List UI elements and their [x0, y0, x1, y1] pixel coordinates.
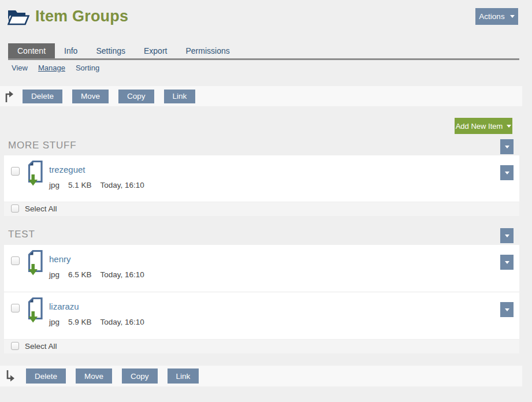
- tab-content[interactable]: Content: [8, 43, 55, 58]
- tab-permissions[interactable]: Permissions: [176, 43, 239, 58]
- file-ext: jpg: [49, 318, 59, 326]
- subnav-view[interactable]: View: [12, 64, 28, 72]
- file-meta: jpg5.9 KBToday, 16:10: [49, 318, 153, 326]
- file-meta: jpg5.1 KBToday, 16:10: [49, 181, 153, 189]
- file-ext: jpg: [49, 181, 59, 189]
- folder-open-icon: [8, 9, 29, 28]
- chevron-down-icon: [505, 146, 509, 148]
- row-checkbox[interactable]: [11, 304, 20, 312]
- bulk-toolbar-top: Delete Move Copy Link: [0, 86, 522, 106]
- file-row-trezeguet: trezeguet jpg5.1 KBToday, 16:10: [4, 155, 519, 202]
- move-button[interactable]: Move: [72, 90, 109, 103]
- tab-info[interactable]: Info: [55, 43, 87, 58]
- copy-button[interactable]: Copy: [122, 368, 158, 384]
- chevron-down-icon: [505, 308, 509, 311]
- tab-settings[interactable]: Settings: [87, 43, 135, 58]
- file-download-icon: [26, 297, 43, 326]
- add-new-item-label: Add New Item: [456, 122, 503, 131]
- subnav-sorting[interactable]: Sorting: [76, 64, 99, 72]
- file-download-icon: [26, 160, 43, 189]
- chevron-down-icon: [507, 125, 511, 128]
- actions-button[interactable]: Actions: [475, 8, 518, 25]
- bulk-toolbar-bottom: Delete Move Copy Link: [0, 366, 522, 386]
- row-menu-button[interactable]: [500, 165, 514, 180]
- tab-bar: Content Info Settings Export Permissions: [8, 43, 239, 58]
- select-all-checkbox[interactable]: [11, 342, 19, 350]
- file-row-lizarazu: lizarazu jpg5.9 KBToday, 16:10: [4, 292, 519, 339]
- chevron-down-icon: [505, 234, 509, 237]
- select-all-label: Select All: [25, 342, 57, 351]
- section-header-test: TEST: [8, 229, 35, 240]
- section-header-more-stuff: MORE STUFF: [8, 140, 77, 151]
- link-button[interactable]: Link: [164, 90, 196, 103]
- add-new-item-button[interactable]: Add New Item: [455, 118, 512, 134]
- file-date: Today, 16:10: [101, 318, 144, 326]
- select-all-bar: Select All: [4, 202, 519, 216]
- section-menu-button[interactable]: [500, 228, 514, 243]
- file-link[interactable]: lizarazu: [49, 302, 79, 311]
- link-button[interactable]: Link: [168, 368, 199, 384]
- copy-button[interactable]: Copy: [118, 90, 154, 103]
- delete-button[interactable]: Delete: [23, 90, 62, 103]
- file-meta: jpg6.5 KBToday, 16:10: [49, 270, 153, 279]
- file-date: Today, 16:10: [101, 181, 144, 189]
- tab-export[interactable]: Export: [135, 43, 176, 58]
- file-size: 5.9 KB: [68, 318, 92, 326]
- file-size: 6.5 KB: [68, 270, 92, 279]
- chevron-down-icon: [505, 261, 509, 264]
- sub-nav: View Manage Sorting: [12, 64, 99, 72]
- page-title: Item Groups: [35, 8, 128, 25]
- actions-button-label: Actions: [479, 12, 504, 21]
- row-menu-button[interactable]: [500, 255, 514, 270]
- arrow-up-right-icon: [3, 90, 13, 103]
- file-download-icon: [26, 250, 43, 278]
- file-link[interactable]: trezeguet: [49, 165, 85, 174]
- select-all-bar: Select All: [4, 340, 519, 353]
- file-row-henry: henry jpg6.5 KBToday, 16:10: [4, 245, 519, 292]
- chevron-down-icon: [510, 15, 515, 18]
- tab-underline: [8, 58, 519, 60]
- file-link[interactable]: henry: [49, 254, 71, 264]
- file-date: Today, 16:10: [101, 270, 144, 279]
- select-all-label: Select All: [25, 204, 57, 213]
- file-ext: jpg: [49, 270, 59, 279]
- subnav-manage[interactable]: Manage: [38, 64, 65, 72]
- chevron-down-icon: [505, 172, 509, 174]
- select-all-checkbox[interactable]: [11, 204, 19, 213]
- arrow-down-right-icon: [5, 370, 14, 382]
- section-menu-button[interactable]: [500, 139, 514, 154]
- row-checkbox[interactable]: [11, 167, 20, 176]
- row-menu-button[interactable]: [500, 302, 514, 317]
- move-button[interactable]: Move: [76, 368, 112, 384]
- file-size: 5.1 KB: [68, 181, 92, 189]
- delete-button[interactable]: Delete: [26, 368, 66, 384]
- row-checkbox[interactable]: [11, 256, 20, 265]
